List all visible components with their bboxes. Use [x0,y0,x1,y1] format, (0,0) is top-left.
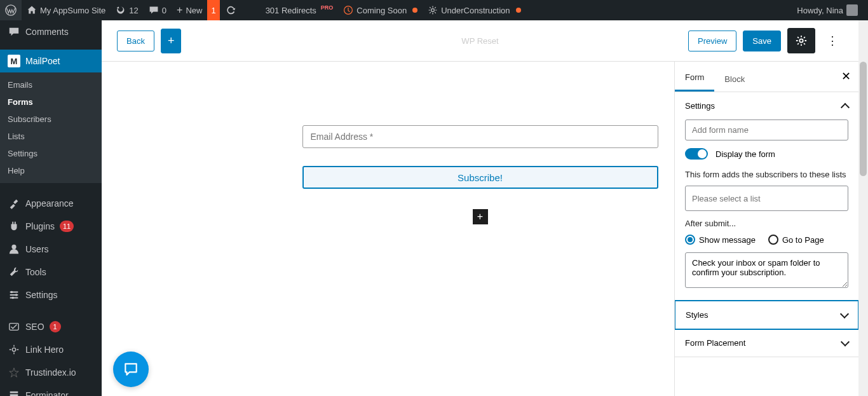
chevron-down-icon [841,337,850,346]
save-button[interactable]: Save [743,31,781,51]
sidebar-tools[interactable]: Tools [0,261,102,283]
chat-icon [123,361,139,378]
sidebar-mailpoet[interactable]: MMailPoet [0,50,102,72]
tab-block[interactable]: Block [714,67,755,92]
add-block-button[interactable]: + [473,209,488,224]
list-select[interactable] [685,186,848,211]
comments-ab[interactable]: 0 [144,0,172,20]
svg-point-4 [11,291,13,294]
preview-button[interactable]: Preview [688,31,736,51]
sidebar-sub-help[interactable]: Help [0,162,102,179]
back-button[interactable]: Back [117,31,154,51]
sidebar-sub-forms[interactable]: Forms [0,93,102,111]
star-icon [8,366,20,379]
avatar-icon [846,4,858,16]
sidebar-sub-subscribers[interactable]: Subscribers [0,111,102,128]
sidebar-trustindex[interactable]: Trustindex.io [0,361,102,384]
user-icon [8,243,20,256]
scrollbar-thumb[interactable] [860,62,867,176]
styles-header[interactable]: Styles [675,301,858,329]
update-icon [116,5,126,15]
sidebar-forminator[interactable]: Forminator [0,384,102,396]
sidebar-comments[interactable]: Comments [0,20,102,43]
sidebar-plugins[interactable]: Plugins11 [0,215,102,238]
help-bubble[interactable] [113,352,149,387]
svg-point-2 [431,9,435,12]
topbar-center: WP Reset [456,34,503,48]
wrench-icon [8,266,20,278]
updates-count: 12 [129,6,138,15]
site-name[interactable]: My AppSumo Site [22,0,111,20]
seo-badge: 1 [50,321,61,332]
radio-icon [685,235,695,245]
tab-form[interactable]: Form [675,65,714,92]
chevron-up-icon [841,102,850,111]
lists-label: This form adds the subscribers to these … [685,170,848,179]
form-canvas: Subscribe! + [302,125,658,224]
settings-button[interactable] [787,28,815,53]
seo-icon [8,320,20,333]
sidebar-sub-emails[interactable]: Emails [0,76,102,93]
svg-point-8 [12,348,15,351]
howdy[interactable]: Howdy, Nina [792,0,863,20]
close-panel-button[interactable]: ✕ [841,69,851,83]
new-content[interactable]: +New [172,0,207,20]
comments-count: 0 [162,6,166,15]
plugins-badge: 11 [60,221,74,232]
orange-notif[interactable]: 1 [207,0,219,20]
sidebar-sub-lists[interactable]: Lists [0,128,102,145]
subscribe-button[interactable]: Subscribe! [302,166,658,189]
redirects[interactable]: 301 RedirectsPRO [261,0,339,20]
after-submit-radios: Show message Go to Page [685,235,848,245]
svg-point-9 [799,39,803,42]
new-text: New [186,6,202,15]
settings-body: Display the form This form adds the subs… [675,119,858,300]
wp-logo[interactable] [0,0,22,20]
sidebar-settings[interactable]: Settings [0,283,102,306]
email-input[interactable] [302,125,658,148]
plus-icon: + [168,34,175,47]
comment-icon [149,5,159,15]
radio-icon [768,235,778,245]
display-toggle[interactable] [685,148,708,160]
editor-topbar: Back + WP Reset Preview Save ⋮ [102,20,858,62]
sidebar-linkhero[interactable]: Link Hero [0,338,102,361]
panel-styles-section: Styles [674,300,858,330]
panel-settings-section: Settings Display the form This form adds… [675,92,858,301]
sidebar-users[interactable]: Users [0,238,102,261]
under-construction[interactable]: UnderConstruction [423,0,526,20]
refresh-ab[interactable] [220,0,241,20]
sidebar-appearance[interactable]: Appearance [0,192,102,215]
radio-show-message[interactable]: Show message [685,235,756,245]
placement-header[interactable]: Form Placement [675,329,858,357]
adminbar-right: Howdy, Nina [792,0,863,20]
refresh-icon [225,4,236,16]
gear-icon [8,343,20,356]
display-label: Display the form [715,149,775,159]
coming-soon[interactable]: Coming Soon [338,0,423,20]
plus-icon: + [177,4,182,16]
adminbar-left: My AppSumo Site 12 0 +New 1 301 Redirect… [0,0,526,20]
wpreset-tab[interactable]: WP Reset [456,34,503,48]
rocket-icon [343,5,353,15]
plus-icon: + [477,211,483,222]
svg-point-3 [11,245,16,249]
form-name-input[interactable] [685,119,848,140]
radio-go-page[interactable]: Go to Page [768,235,824,245]
plug-icon [8,220,20,233]
panel-tabs: Form Block ✕ [675,62,858,92]
after-label: After submit... [685,219,848,228]
add-button[interactable]: + [161,29,182,53]
admin-bar: My AppSumo Site 12 0 +New 1 301 Redirect… [0,0,868,20]
updates[interactable]: 12 [111,0,143,20]
gear-icon [796,35,807,46]
message-textarea[interactable] [685,252,848,288]
home-icon [27,5,37,15]
sidebar-seo[interactable]: SEO1 [0,315,102,338]
settings-header[interactable]: Settings [675,92,858,119]
display-toggle-row: Display the form [685,148,848,160]
more-button[interactable]: ⋮ [822,29,843,53]
form-icon [8,389,20,396]
pro-badge: PRO [321,4,334,11]
sidebar-sub-settings[interactable]: Settings [0,145,102,162]
